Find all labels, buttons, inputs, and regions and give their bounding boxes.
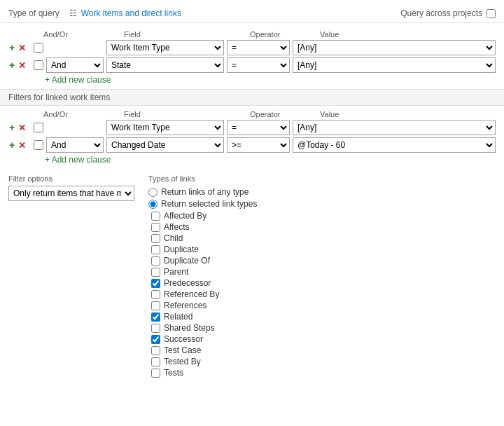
link-type-checkbox-parent[interactable] xyxy=(151,268,160,277)
link-type-label-11: Successor xyxy=(164,334,203,344)
filter-options-select[interactable]: Only return items that have matching lin… xyxy=(8,186,134,201)
linked-row2-andor[interactable]: And Or xyxy=(46,137,104,153)
link-type-row-14: Tests xyxy=(151,368,496,378)
link-type-row-0: Affected By xyxy=(151,211,496,221)
linked-clause-row-2: + ✕ And Or Changed Date Work Item Type S… xyxy=(8,137,496,153)
link-type-row-5: Parent xyxy=(151,267,496,277)
header-left: Type of query ☷ Work items and direct li… xyxy=(8,8,181,18)
linked-andor-col-header: And/Or xyxy=(43,110,124,118)
main-row1-check[interactable] xyxy=(34,43,43,53)
header-bar: Type of query ☷ Work items and direct li… xyxy=(0,6,504,23)
radio-selected-types-row: Return selected link types xyxy=(148,199,496,209)
radio-any-type-row: Return links of any type xyxy=(148,187,496,197)
link-type-row-12: Test Case xyxy=(151,345,496,355)
linked-value-col-header: Value xyxy=(320,110,496,118)
query-type-link[interactable]: Work items and direct links xyxy=(81,8,181,18)
linked-row2-value[interactable]: @Today - 60 @Today @Today - 30 xyxy=(293,137,496,153)
main-row1-x[interactable]: ✕ xyxy=(18,43,27,53)
value-col-header: Value xyxy=(320,30,496,39)
link-type-checkbox-referenced-by[interactable] xyxy=(151,290,160,299)
radio-any-type[interactable] xyxy=(148,188,158,197)
link-type-label-8: References xyxy=(164,301,206,310)
link-type-label-12: Test Case xyxy=(164,345,201,355)
radio-selected-types-label: Return selected link types xyxy=(161,199,257,209)
link-type-row-7: Referenced By xyxy=(151,289,496,299)
linked-clause-row-1: + ✕ Work Item Type State Changed Date = … xyxy=(8,120,496,135)
linked-row2-plus[interactable]: + xyxy=(8,140,15,150)
linked-add-clause-btn[interactable]: + Add new clause xyxy=(45,155,111,165)
link-type-checkbox-duplicate-of[interactable] xyxy=(151,256,160,266)
link-type-label-7: Referenced By xyxy=(164,289,219,299)
link-type-checkbox-shared-steps[interactable] xyxy=(151,324,160,333)
link-type-checkbox-references[interactable] xyxy=(151,301,160,310)
linked-filters-section: And/Or Field Operator Value + ✕ Work Ite… xyxy=(0,109,504,165)
link-type-checkbox-related[interactable] xyxy=(151,312,160,322)
type-of-query-label: Type of query xyxy=(8,8,59,18)
linked-row2-operator[interactable]: >= = <= xyxy=(227,137,290,153)
link-type-checkbox-predecessor[interactable] xyxy=(151,279,160,288)
link-type-label-2: Child xyxy=(164,233,183,243)
linked-operator-col-header: Operator xyxy=(250,110,320,118)
linked-row1-field[interactable]: Work Item Type State Changed Date xyxy=(106,120,224,135)
linked-row1-operator[interactable]: = <> xyxy=(227,120,290,135)
link-type-row-4: Duplicate Of xyxy=(151,256,496,266)
link-type-checkbox-test-case[interactable] xyxy=(151,346,160,355)
linked-row2-check[interactable] xyxy=(34,140,43,150)
main-row2-operator[interactable]: = <> xyxy=(227,57,290,73)
link-type-checkbox-tests[interactable] xyxy=(151,369,160,378)
link-type-row-9: Related xyxy=(151,312,496,322)
query-type-icon: ☷ xyxy=(69,8,77,18)
link-type-checkbox-affected-by[interactable] xyxy=(151,212,160,221)
link-type-label-4: Duplicate Of xyxy=(164,256,210,266)
main-row2-andor[interactable]: And Or xyxy=(46,57,104,73)
main-row2-x[interactable]: ✕ xyxy=(18,61,27,70)
main-col-headers: And/Or Field Operator Value xyxy=(43,29,496,40)
main-add-clause-btn[interactable]: + Add new clause xyxy=(45,75,111,85)
linked-field-col-header: Field xyxy=(124,110,250,118)
radio-selected-types[interactable] xyxy=(148,200,158,209)
main-row2-check[interactable] xyxy=(34,60,43,70)
link-type-checkbox-successor[interactable] xyxy=(151,335,160,344)
linked-row2-x[interactable]: ✕ xyxy=(18,141,27,150)
types-of-links-container: Types of links Return links of any type … xyxy=(148,174,496,379)
main-row2-field[interactable]: State Work Item Type Changed Date xyxy=(106,57,224,73)
link-type-label-5: Parent xyxy=(164,267,188,277)
link-type-row-13: Tested By xyxy=(151,357,496,366)
main-filters-section: And/Or Field Operator Value + ✕ Work Ite… xyxy=(0,29,504,85)
main-row2-value[interactable]: [Any] xyxy=(293,57,496,73)
link-type-label-0: Affected By xyxy=(164,211,206,221)
main-row1-plus[interactable]: + xyxy=(8,43,15,53)
link-type-label-13: Tested By xyxy=(164,357,201,366)
linked-row1-plus[interactable]: + xyxy=(8,123,15,132)
andor-col-header: And/Or xyxy=(43,30,124,39)
link-type-row-11: Successor xyxy=(151,334,496,344)
linked-row1-x[interactable]: ✕ xyxy=(18,123,27,132)
query-across-checkbox[interactable] xyxy=(486,9,496,18)
types-of-links-header: Types of links xyxy=(148,174,496,183)
filter-options-container: Filter options Only return items that ha… xyxy=(8,174,134,201)
main-row2-plus[interactable]: + xyxy=(8,60,15,70)
radio-any-type-label: Return links of any type xyxy=(161,187,248,197)
linked-row2-field[interactable]: Changed Date Work Item Type State xyxy=(106,137,224,153)
link-type-checkbox-child[interactable] xyxy=(151,234,160,243)
link-type-row-2: Child xyxy=(151,233,496,243)
link-type-label-10: Shared Steps xyxy=(164,323,215,333)
link-type-checkbox-affects[interactable] xyxy=(151,223,160,232)
link-type-checkboxes: Affected ByAffectsChildDuplicateDuplicat… xyxy=(148,211,496,378)
link-type-row-3: Duplicate xyxy=(151,245,496,254)
linked-row1-value[interactable]: [Any] xyxy=(293,120,496,135)
linked-row1-check[interactable] xyxy=(34,123,43,132)
main-row1-operator[interactable]: = <> >= xyxy=(227,40,290,55)
main-row1-field[interactable]: Work Item Type State Changed Date Assign… xyxy=(106,40,224,55)
link-type-row-10: Shared Steps xyxy=(151,323,496,333)
operator-col-header: Operator xyxy=(250,30,320,39)
link-type-checkbox-duplicate[interactable] xyxy=(151,245,160,254)
link-type-row-6: Predecessor xyxy=(151,278,496,288)
main-row1-actions: + ✕ xyxy=(8,43,34,53)
filter-options-label: Filter options xyxy=(8,174,134,183)
main-row2-actions: + ✕ xyxy=(8,60,34,70)
main-row1-value[interactable]: [Any] xyxy=(293,40,496,55)
query-across-label: Query across projects xyxy=(400,8,482,18)
linked-filters-header: Filters for linked work items xyxy=(0,89,504,106)
link-type-checkbox-tested-by[interactable] xyxy=(151,357,160,366)
